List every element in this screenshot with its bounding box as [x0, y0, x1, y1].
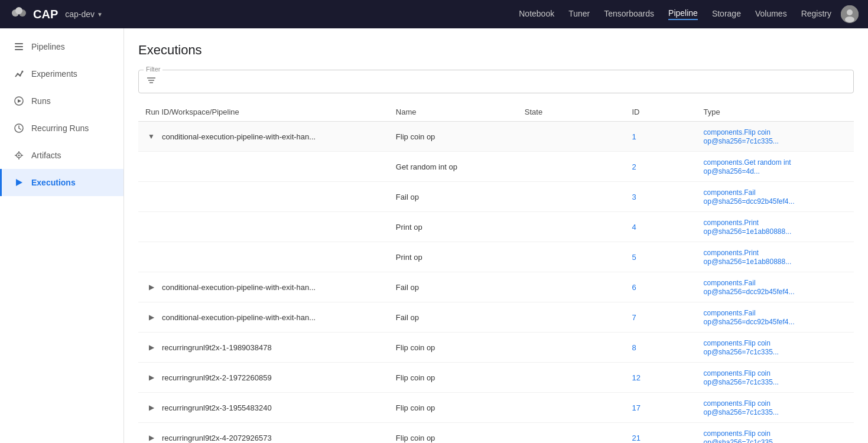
- table-row: Print op 5 components.Print op@sha256=1e…: [138, 242, 854, 272]
- pipelines-icon: [14, 41, 24, 52]
- type-link[interactable]: components.Fail op@sha256=dcc92b45fef4..…: [704, 279, 795, 296]
- svg-rect-6: [15, 43, 23, 44]
- id-link[interactable]: 7: [632, 313, 636, 322]
- id-link[interactable]: 5: [632, 253, 636, 262]
- id-cell[interactable]: 8: [625, 333, 696, 363]
- name-cell: Get random int op: [389, 152, 518, 182]
- expand-button[interactable]: ▶: [145, 313, 157, 321]
- id-cell[interactable]: 7: [625, 302, 696, 333]
- artifacts-icon: [14, 150, 24, 161]
- sidebar-item-executions[interactable]: Executions: [0, 169, 123, 196]
- main-content: Executions Filter Run ID/Workspace/Pipel…: [124, 28, 868, 443]
- type-cell: components.Print op@sha256=1e1ab80888...: [697, 242, 854, 272]
- id-cell[interactable]: 12: [625, 363, 696, 393]
- svg-marker-20: [16, 179, 22, 186]
- sidebar-item-experiments[interactable]: Experiments: [0, 60, 123, 87]
- sidebar-item-artifacts[interactable]: Artifacts: [0, 142, 123, 169]
- type-link[interactable]: components.Flip coin op@sha256=7c1c335..…: [704, 128, 779, 145]
- nav-registry[interactable]: Registry: [801, 9, 831, 19]
- sidebar-label-recurring-runs: Recurring Runs: [31, 123, 89, 133]
- id-link[interactable]: 1: [632, 132, 636, 141]
- run-id-value: recurringrunl9t2x-4-2072926573: [162, 434, 272, 442]
- sidebar-label-executions: Executions: [31, 178, 76, 187]
- expand-button[interactable]: ▶: [145, 434, 157, 442]
- sidebar-item-runs[interactable]: Runs: [0, 87, 123, 115]
- expand-button[interactable]: ▼: [145, 132, 157, 141]
- nav-tuner[interactable]: Tuner: [568, 9, 590, 19]
- run-id-cell: [138, 182, 389, 212]
- run-id-value: recurringrunl9t2x-1-1989038478: [162, 343, 272, 352]
- run-id-cell: ▶ recurringrunl9t2x-4-2072926573: [138, 423, 389, 444]
- nav-tensorboards[interactable]: Tensorboards: [604, 9, 654, 19]
- id-link[interactable]: 4: [632, 223, 636, 232]
- run-id-cell: ▶ conditional-execution-pipeline-with-ex…: [138, 272, 389, 302]
- nav-notebook[interactable]: Notebook: [519, 9, 554, 19]
- expand-button[interactable]: ▶: [145, 343, 157, 351]
- id-cell[interactable]: 2: [625, 152, 696, 182]
- type-cell: components.Print op@sha256=1e1ab80888...: [697, 212, 854, 242]
- svg-point-9: [17, 73, 19, 75]
- expand-button[interactable]: ▶: [145, 283, 157, 291]
- id-cell[interactable]: 3: [625, 182, 696, 212]
- svg-point-15: [18, 155, 20, 157]
- sidebar-item-recurring-runs[interactable]: Recurring Runs: [0, 115, 123, 142]
- type-link[interactable]: components.Get random int op@sha256=4d..…: [704, 158, 791, 175]
- experiments-icon: [14, 69, 24, 79]
- state-cell: [518, 333, 625, 363]
- type-link[interactable]: components.Flip coin op@sha256=7c1c335..…: [704, 369, 779, 386]
- col-header-run: Run ID/Workspace/Pipeline: [138, 103, 389, 122]
- type-link[interactable]: components.Fail op@sha256=dcc92b45fef4..…: [704, 188, 795, 206]
- table-row: Fail op 3 components.Fail op@sha256=dcc9…: [138, 182, 854, 212]
- top-navigation: CAP cap-dev ▼ Notebook Tuner Tensorboard…: [0, 0, 868, 28]
- id-link[interactable]: 2: [632, 162, 636, 171]
- state-cell: [518, 122, 625, 152]
- id-cell[interactable]: 1: [625, 122, 696, 152]
- type-cell: components.Flip coin op@sha256=7c1c335..…: [697, 122, 854, 152]
- run-id-value: conditional-execution-pipeline-with-exit…: [162, 132, 316, 141]
- id-link[interactable]: 6: [632, 283, 636, 292]
- type-link[interactable]: components.Fail op@sha256=dcc92b45fef4..…: [704, 309, 795, 326]
- name-cell: Flip coin op: [389, 393, 518, 423]
- executions-table: Run ID/Workspace/Pipeline Name State ID …: [138, 103, 854, 443]
- nav-volumes[interactable]: Volumes: [755, 9, 787, 19]
- name-cell: Fail op: [389, 272, 518, 302]
- run-id-cell: ▶ recurringrunl9t2x-1-1989038478: [138, 333, 389, 363]
- id-link[interactable]: 12: [632, 373, 640, 382]
- type-link[interactable]: components.Flip coin op@sha256=7c1c335..…: [704, 399, 779, 416]
- state-cell: [518, 212, 625, 242]
- state-cell: [518, 393, 625, 423]
- expand-button[interactable]: ▶: [145, 373, 157, 382]
- id-link[interactable]: 17: [632, 403, 640, 412]
- type-cell: components.Flip coin op@sha256=7c1c335..…: [697, 423, 854, 444]
- id-link[interactable]: 21: [632, 434, 640, 442]
- id-cell[interactable]: 21: [625, 423, 696, 444]
- id-cell[interactable]: 5: [625, 242, 696, 272]
- table-row: Get random int op 2 components.Get rando…: [138, 152, 854, 182]
- id-cell[interactable]: 17: [625, 393, 696, 423]
- env-selector[interactable]: cap-dev ▼: [65, 9, 103, 19]
- nav-links: Notebook Tuner Tensorboards Pipeline Sto…: [519, 8, 831, 20]
- sidebar-item-pipelines[interactable]: Pipelines: [0, 33, 123, 60]
- type-cell: components.Get random int op@sha256=4d..…: [697, 152, 854, 182]
- user-avatar[interactable]: [841, 5, 859, 23]
- state-cell: [518, 272, 625, 302]
- nav-pipeline[interactable]: Pipeline: [668, 8, 698, 20]
- run-id-cell: ▶ conditional-execution-pipeline-with-ex…: [138, 302, 389, 333]
- id-link[interactable]: 3: [632, 193, 636, 201]
- type-link[interactable]: components.Flip coin op@sha256=7c1c335..…: [704, 339, 779, 356]
- type-link[interactable]: components.Print op@sha256=1e1ab80888...: [704, 219, 792, 236]
- filter-icon: [146, 75, 157, 88]
- type-link[interactable]: components.Print op@sha256=1e1ab80888...: [704, 249, 792, 266]
- id-link[interactable]: 8: [632, 343, 636, 352]
- name-cell: Fail op: [389, 302, 518, 333]
- table-row: ▼ conditional-execution-pipeline-with-ex…: [138, 122, 854, 152]
- table-row: ▶ conditional-execution-pipeline-with-ex…: [138, 302, 854, 333]
- nav-storage[interactable]: Storage: [712, 9, 741, 19]
- id-cell[interactable]: 4: [625, 212, 696, 242]
- id-cell[interactable]: 6: [625, 272, 696, 302]
- page-title: Executions: [138, 43, 854, 58]
- expand-button[interactable]: ▶: [145, 403, 157, 412]
- runs-icon: [14, 96, 24, 106]
- type-link[interactable]: components.Flip coin op@sha256=7c1c335..…: [704, 429, 779, 443]
- table-row: ▶ recurringrunl9t2x-2-1972260859 Flip co…: [138, 363, 854, 393]
